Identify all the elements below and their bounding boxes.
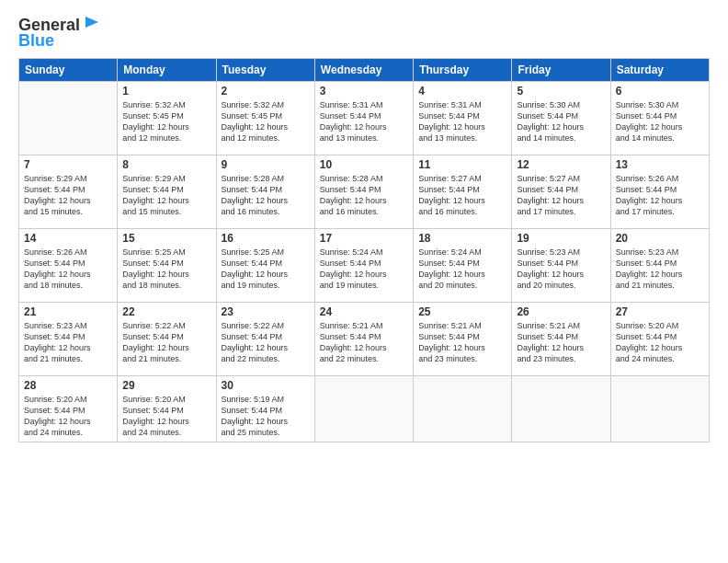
day-info: Sunrise: 5:29 AM Sunset: 5:44 PM Dayligh… xyxy=(24,173,112,218)
calendar-week-row: 14Sunrise: 5:26 AM Sunset: 5:44 PM Dayli… xyxy=(19,229,710,303)
day-number: 28 xyxy=(24,379,112,392)
calendar-cell: 18Sunrise: 5:24 AM Sunset: 5:44 PM Dayli… xyxy=(414,229,512,303)
day-info: Sunrise: 5:23 AM Sunset: 5:44 PM Dayligh… xyxy=(616,247,704,292)
day-info: Sunrise: 5:21 AM Sunset: 5:44 PM Dayligh… xyxy=(517,320,605,365)
day-info: Sunrise: 5:19 AM Sunset: 5:44 PM Dayligh… xyxy=(222,394,310,439)
calendar-cell: 8Sunrise: 5:29 AM Sunset: 5:44 PM Daylig… xyxy=(118,155,216,229)
day-number: 13 xyxy=(616,158,704,171)
calendar-cell: 2Sunrise: 5:32 AM Sunset: 5:45 PM Daylig… xyxy=(216,82,314,155)
day-number: 22 xyxy=(122,305,210,318)
day-number: 18 xyxy=(418,232,506,245)
calendar-cell: 30Sunrise: 5:19 AM Sunset: 5:44 PM Dayli… xyxy=(216,376,314,442)
day-number: 4 xyxy=(418,85,506,98)
calendar-cell: 21Sunrise: 5:23 AM Sunset: 5:44 PM Dayli… xyxy=(19,303,118,376)
day-info: Sunrise: 5:30 AM Sunset: 5:44 PM Dayligh… xyxy=(517,99,605,144)
weekday-header-tuesday: Tuesday xyxy=(216,59,314,82)
day-number: 26 xyxy=(517,305,605,318)
calendar-cell: 25Sunrise: 5:21 AM Sunset: 5:44 PM Dayli… xyxy=(414,303,512,376)
day-number: 23 xyxy=(222,305,310,318)
day-number: 29 xyxy=(122,379,210,392)
calendar-cell: 5Sunrise: 5:30 AM Sunset: 5:44 PM Daylig… xyxy=(512,82,610,155)
day-info: Sunrise: 5:20 AM Sunset: 5:44 PM Dayligh… xyxy=(616,320,704,365)
calendar-cell: 20Sunrise: 5:23 AM Sunset: 5:44 PM Dayli… xyxy=(610,229,709,303)
calendar-cell: 11Sunrise: 5:27 AM Sunset: 5:44 PM Dayli… xyxy=(414,155,512,229)
weekday-header-wednesday: Wednesday xyxy=(314,59,413,82)
calendar-cell: 23Sunrise: 5:22 AM Sunset: 5:44 PM Dayli… xyxy=(216,303,314,376)
logo-flag-icon xyxy=(82,15,102,35)
day-number: 8 xyxy=(122,158,210,171)
day-info: Sunrise: 5:31 AM Sunset: 5:44 PM Dayligh… xyxy=(418,99,506,144)
calendar-header-row: SundayMondayTuesdayWednesdayThursdayFrid… xyxy=(19,59,710,82)
calendar-cell: 27Sunrise: 5:20 AM Sunset: 5:44 PM Dayli… xyxy=(610,303,709,376)
day-info: Sunrise: 5:25 AM Sunset: 5:44 PM Dayligh… xyxy=(122,247,210,292)
day-info: Sunrise: 5:26 AM Sunset: 5:44 PM Dayligh… xyxy=(616,173,704,218)
calendar-cell: 13Sunrise: 5:26 AM Sunset: 5:44 PM Dayli… xyxy=(610,155,709,229)
day-info: Sunrise: 5:30 AM Sunset: 5:44 PM Dayligh… xyxy=(616,99,704,144)
day-info: Sunrise: 5:22 AM Sunset: 5:44 PM Dayligh… xyxy=(222,320,310,365)
day-number: 10 xyxy=(320,158,408,171)
logo: General Blue xyxy=(18,15,102,51)
day-number: 12 xyxy=(517,158,605,171)
calendar-cell: 6Sunrise: 5:30 AM Sunset: 5:44 PM Daylig… xyxy=(610,82,709,155)
calendar-cell: 16Sunrise: 5:25 AM Sunset: 5:44 PM Dayli… xyxy=(216,229,314,303)
calendar-cell: 7Sunrise: 5:29 AM Sunset: 5:44 PM Daylig… xyxy=(19,155,118,229)
svg-marker-0 xyxy=(85,17,98,28)
day-number: 11 xyxy=(418,158,506,171)
day-number: 2 xyxy=(222,85,310,98)
day-number: 20 xyxy=(616,232,704,245)
day-info: Sunrise: 5:20 AM Sunset: 5:44 PM Dayligh… xyxy=(24,394,112,439)
day-number: 3 xyxy=(320,85,408,98)
day-info: Sunrise: 5:20 AM Sunset: 5:44 PM Dayligh… xyxy=(122,394,210,439)
day-info: Sunrise: 5:27 AM Sunset: 5:44 PM Dayligh… xyxy=(517,173,605,218)
day-info: Sunrise: 5:26 AM Sunset: 5:44 PM Dayligh… xyxy=(24,247,112,292)
day-number: 6 xyxy=(616,85,704,98)
day-info: Sunrise: 5:23 AM Sunset: 5:44 PM Dayligh… xyxy=(517,247,605,292)
day-number: 5 xyxy=(517,85,605,98)
day-info: Sunrise: 5:28 AM Sunset: 5:44 PM Dayligh… xyxy=(222,173,310,218)
calendar-cell xyxy=(19,82,118,155)
day-number: 15 xyxy=(122,232,210,245)
day-number: 17 xyxy=(320,232,408,245)
day-number: 9 xyxy=(222,158,310,171)
calendar-cell: 26Sunrise: 5:21 AM Sunset: 5:44 PM Dayli… xyxy=(512,303,610,376)
day-number: 14 xyxy=(24,232,112,245)
calendar-cell: 1Sunrise: 5:32 AM Sunset: 5:45 PM Daylig… xyxy=(118,82,216,155)
calendar-cell: 12Sunrise: 5:27 AM Sunset: 5:44 PM Dayli… xyxy=(512,155,610,229)
calendar-cell: 14Sunrise: 5:26 AM Sunset: 5:44 PM Dayli… xyxy=(19,229,118,303)
day-info: Sunrise: 5:27 AM Sunset: 5:44 PM Dayligh… xyxy=(418,173,506,218)
header: General Blue xyxy=(18,15,710,51)
day-info: Sunrise: 5:22 AM Sunset: 5:44 PM Dayligh… xyxy=(122,320,210,365)
calendar-cell: 29Sunrise: 5:20 AM Sunset: 5:44 PM Dayli… xyxy=(118,376,216,442)
day-number: 19 xyxy=(517,232,605,245)
day-number: 7 xyxy=(24,158,112,171)
weekday-header-friday: Friday xyxy=(512,59,610,82)
day-info: Sunrise: 5:21 AM Sunset: 5:44 PM Dayligh… xyxy=(320,320,408,365)
weekday-header-saturday: Saturday xyxy=(610,59,709,82)
calendar-week-row: 21Sunrise: 5:23 AM Sunset: 5:44 PM Dayli… xyxy=(19,303,710,376)
weekday-header-sunday: Sunday xyxy=(19,59,118,82)
day-number: 21 xyxy=(24,305,112,318)
calendar-week-row: 7Sunrise: 5:29 AM Sunset: 5:44 PM Daylig… xyxy=(19,155,710,229)
day-number: 25 xyxy=(418,305,506,318)
calendar-cell: 24Sunrise: 5:21 AM Sunset: 5:44 PM Dayli… xyxy=(314,303,413,376)
calendar-cell: 19Sunrise: 5:23 AM Sunset: 5:44 PM Dayli… xyxy=(512,229,610,303)
day-info: Sunrise: 5:32 AM Sunset: 5:45 PM Dayligh… xyxy=(122,99,210,144)
weekday-header-thursday: Thursday xyxy=(414,59,512,82)
calendar-cell: 17Sunrise: 5:24 AM Sunset: 5:44 PM Dayli… xyxy=(314,229,413,303)
weekday-header-monday: Monday xyxy=(118,59,216,82)
day-number: 27 xyxy=(616,305,704,318)
day-number: 1 xyxy=(122,85,210,98)
day-info: Sunrise: 5:31 AM Sunset: 5:44 PM Dayligh… xyxy=(320,99,408,144)
calendar-cell xyxy=(314,376,413,442)
day-info: Sunrise: 5:24 AM Sunset: 5:44 PM Dayligh… xyxy=(320,247,408,292)
day-info: Sunrise: 5:29 AM Sunset: 5:44 PM Dayligh… xyxy=(122,173,210,218)
day-number: 16 xyxy=(222,232,310,245)
calendar-cell: 9Sunrise: 5:28 AM Sunset: 5:44 PM Daylig… xyxy=(216,155,314,229)
day-number: 30 xyxy=(222,379,310,392)
page: General Blue SundayMondayTuesdayWednesda… xyxy=(0,0,728,563)
calendar-cell xyxy=(414,376,512,442)
day-info: Sunrise: 5:24 AM Sunset: 5:44 PM Dayligh… xyxy=(418,247,506,292)
calendar-cell: 28Sunrise: 5:20 AM Sunset: 5:44 PM Dayli… xyxy=(19,376,118,442)
calendar-cell: 4Sunrise: 5:31 AM Sunset: 5:44 PM Daylig… xyxy=(414,82,512,155)
day-info: Sunrise: 5:23 AM Sunset: 5:44 PM Dayligh… xyxy=(24,320,112,365)
